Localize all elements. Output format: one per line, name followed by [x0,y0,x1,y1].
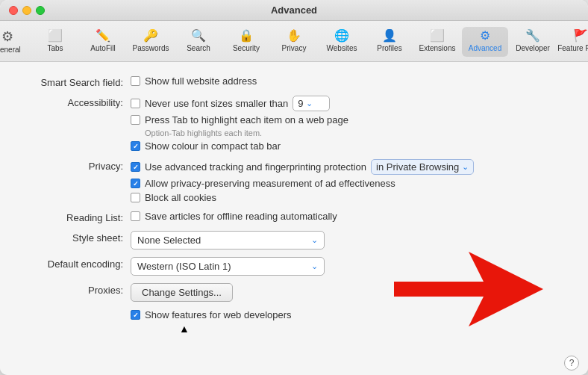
accessibility-row: Accessibility: Never use font sizes smal… [22,96,566,152]
reading-list-content: Save articles for offline reading automa… [131,211,337,222]
passwords-icon: 🔑 [143,30,158,42]
toolbar-item-profiles[interactable]: 👤 Profiles [366,27,413,57]
reading-list-inline: Save articles for offline reading automa… [131,211,337,222]
toolbar: ⚙ General ⬜ Tabs ✏️ AutoFill 🔑 Passwords… [0,21,588,62]
feature-flags-icon: 🚩 [573,30,588,42]
press-tab-checkbox[interactable] [131,115,140,125]
developer-content: Show features for web developers [131,309,292,320]
security-icon: 🔒 [239,30,254,42]
accessibility-hint: Option-Tab highlights each item. [131,128,348,137]
toolbar-label-privacy: Privacy [282,44,307,52]
measurement-text: Allow privacy-preserving measurement of … [145,178,395,189]
toolbar-label-general: General [0,46,21,54]
toolbar-label-websites: Websites [327,44,357,52]
style-sheet-label: Style sheet: [22,231,131,244]
toolbar-item-general[interactable]: ⚙ General [0,27,31,57]
tracking-checkbox[interactable] [131,162,140,172]
reading-list-label: Reading List: [22,211,131,223]
toolbar-label-search: Search [187,44,210,52]
toolbar-item-privacy[interactable]: ✋ Privacy [271,27,317,57]
proxies-content: Change Settings... [131,283,233,302]
toolbar-item-advanced[interactable]: ⚙ Advanced [462,27,508,57]
window-title: Advanced [271,4,317,16]
font-size-row: Never use font sizes smaller than 9 ⌄ [131,96,348,111]
developer-inline: Show features for web developers [131,309,292,320]
smart-search-content: Show full website address [131,75,257,87]
cursor: ▲ [179,323,190,335]
traffic-lights [9,6,45,15]
toolbar-label-developer: Developer [516,44,550,52]
developer-checkbox[interactable] [131,310,140,320]
accessibility-content: Never use font sizes smaller than 9 ⌄ Pr… [131,96,348,152]
toolbar-item-security[interactable]: 🔒 Security [223,27,269,57]
toolbar-item-websites[interactable]: 🌐 Websites [319,27,365,57]
default-encoding-arrow: ⌄ [311,261,318,271]
style-sheet-row: Style sheet: None Selected ⌄ [22,231,566,250]
toolbar-item-developer[interactable]: 🔧 Developer [510,27,556,57]
cookies-checkbox[interactable] [131,193,140,202]
default-encoding-content: Western (ISO Latin 1) ⌄ [131,257,325,276]
proxies-label: Proxies: [22,283,131,296]
tabs-icon: ⬜ [48,30,63,42]
font-size-arrow: ⌄ [306,99,313,108]
reading-list-checkbox[interactable] [131,211,140,221]
default-encoding-dropdown[interactable]: Western (ISO Latin 1) ⌄ [131,257,325,276]
smart-search-text: Show full website address [145,75,257,87]
press-tab-row: Press Tab to highlight each item on a we… [131,114,348,125]
change-settings-button[interactable]: Change Settings... [131,283,233,302]
style-sheet-value: None Selected [137,235,201,246]
content-area: Smart Search field: Show full website ad… [0,62,588,351]
minimize-button[interactable] [22,6,31,15]
toolbar-label-passwords: Passwords [133,44,169,52]
autofill-icon: ✏️ [96,30,110,42]
press-tab-text: Press Tab to highlight each item on a we… [145,114,348,125]
toolbar-item-tabs[interactable]: ⬜ Tabs [32,27,78,57]
compact-tab-checkbox[interactable] [131,141,140,151]
default-encoding-value: Western (ISO Latin 1) [137,261,231,272]
measurement-row: Allow privacy-preserving measurement of … [131,178,474,189]
privacy-row: Privacy: Use advanced tracking and finge… [22,159,566,203]
accessibility-label: Accessibility: [22,96,131,108]
toolbar-item-extensions[interactable]: ⬜ Extensions [414,27,460,57]
tracking-dropdown-value: in Private Browsing [376,161,459,173]
privacy-icon: ✋ [287,30,301,42]
developer-text: Show features for web developers [145,309,292,320]
general-icon: ⚙ [1,30,13,43]
toolbar-label-autofill: AutoFill [90,44,115,52]
font-size-checkbox[interactable] [131,99,140,108]
toolbar-label-security: Security [233,44,260,52]
compact-tab-text: Show colour in compact tab bar [145,140,281,152]
websites-icon: 🌐 [334,30,349,42]
developer-row: Show features for web developers [22,309,566,320]
tracking-dropdown[interactable]: in Private Browsing ⌄ [371,159,474,175]
privacy-content: Use advanced tracking and fingerprinting… [131,159,474,203]
developer-label [22,309,131,311]
default-encoding-label: Default encoding: [22,257,131,270]
close-button[interactable] [9,6,18,15]
font-size-text: Never use font sizes smaller than [145,98,288,109]
style-sheet-content: None Selected ⌄ [131,231,325,250]
toolbar-item-passwords[interactable]: 🔑 Passwords [128,27,174,57]
bottom-bar: ? [0,351,588,375]
toolbar-item-feature-flags[interactable]: 🚩 Feature Flags [557,27,588,57]
toolbar-item-autofill[interactable]: ✏️ AutoFill [80,27,126,57]
toolbar-label-extensions: Extensions [419,44,456,52]
toolbar-label-tabs: Tabs [47,44,63,52]
style-sheet-dropdown[interactable]: None Selected ⌄ [131,231,325,250]
toolbar-item-search[interactable]: 🔍 Search [175,27,222,57]
toolbar-label-profiles: Profiles [377,44,401,52]
font-size-value: 9 [298,98,303,109]
smart-search-label: Smart Search field: [22,75,131,88]
title-bar: Advanced [0,0,588,21]
advanced-icon: ⚙ [480,30,490,42]
measurement-checkbox[interactable] [131,179,140,188]
extensions-icon: ⬜ [430,30,445,42]
font-size-dropdown[interactable]: 9 ⌄ [293,96,330,111]
privacy-label: Privacy: [22,159,131,172]
toolbar-label-feature-flags: Feature Flags [557,44,588,52]
reading-list-row: Reading List: Save articles for offline … [22,211,566,223]
help-button[interactable]: ? [564,356,579,371]
smart-search-checkbox[interactable] [131,76,140,86]
maximize-button[interactable] [36,6,45,15]
toolbar-label-advanced: Advanced [469,44,501,52]
